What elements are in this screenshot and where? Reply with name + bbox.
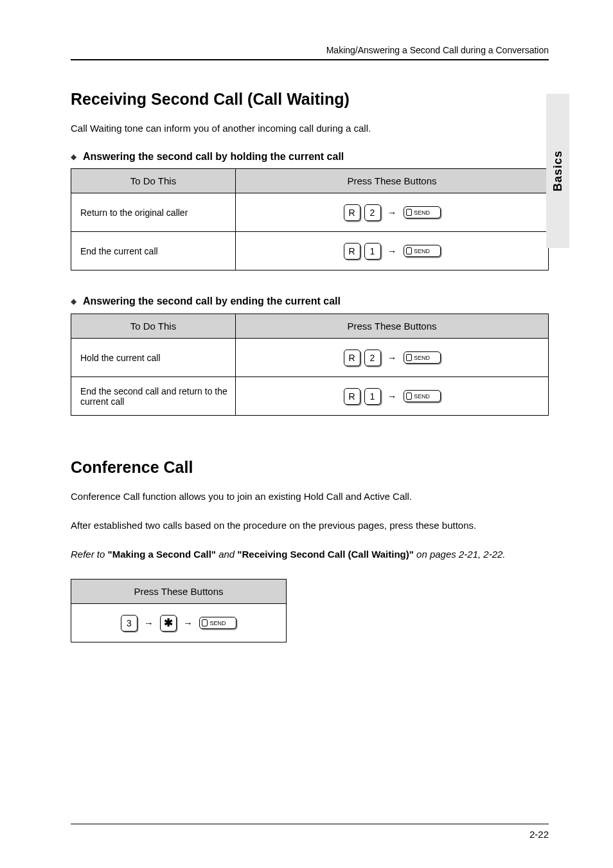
key-r: R: [344, 350, 360, 366]
key-1: 1: [364, 243, 381, 260]
section3-reference: Refer to "Making a Second Call" and "Rec…: [71, 547, 549, 562]
footer-rule: [71, 824, 549, 824]
key-3: 3: [121, 615, 138, 632]
table-row: Hold the current call R 2 → SEND: [71, 339, 549, 377]
table-row: End the current call R 1 → SEND: [71, 232, 549, 270]
page-number: 2-22: [529, 829, 549, 840]
key-send: SEND: [404, 351, 441, 364]
table-row: End the second call and return to the cu…: [71, 377, 549, 416]
section-title-conference: Conference Call: [71, 458, 549, 477]
key-1: 1: [364, 388, 381, 405]
diamond-icon: ◆: [71, 152, 76, 163]
action-label: End the second call and return to the cu…: [71, 377, 236, 416]
arrow-icon: →: [387, 352, 397, 363]
subheading-text: Answering the second call by ending the …: [83, 295, 341, 308]
arrow-icon: →: [144, 617, 154, 628]
table-end-current: To Do This Press These Buttons Hold the …: [71, 314, 549, 416]
button-sequence: 3 → ✱ → SEND: [71, 604, 287, 642]
running-header: Making/Answering a Second Call during a …: [71, 45, 549, 55]
header-rule: [71, 59, 549, 60]
side-tab-basics: Basics: [546, 94, 569, 248]
action-label: End the current call: [71, 232, 236, 270]
button-sequence: R 1 → SEND: [236, 232, 549, 270]
col-header-action: To Do This: [71, 314, 236, 339]
key-2: 2: [364, 350, 381, 366]
arrow-icon: →: [183, 617, 193, 628]
table-conference: Press These Buttons 3 → ✱ → SEND: [71, 579, 287, 642]
section1-lead: Call Waiting tone can inform you of anot…: [71, 121, 549, 136]
arrow-icon: →: [387, 207, 397, 218]
action-label: Hold the current call: [71, 339, 236, 377]
diamond-icon: ◆: [71, 297, 76, 307]
table-row: Return to the original caller R 2 → SEND: [71, 193, 549, 232]
section3-body: After established two calls based on the…: [71, 518, 549, 533]
key-r: R: [344, 204, 360, 221]
col-header-action: To Do This: [71, 169, 236, 193]
section3-lead: Conference Call function allows you to j…: [71, 490, 549, 504]
col-header-buttons: Press These Buttons: [236, 169, 549, 193]
arrow-icon: →: [387, 391, 397, 402]
side-tab-label: Basics: [551, 150, 565, 191]
key-send: SEND: [199, 617, 236, 629]
action-label: Return to the original caller: [71, 193, 236, 232]
col-header-buttons: Press These Buttons: [71, 580, 287, 604]
table-row: 3 → ✱ → SEND: [71, 604, 287, 642]
section-title-call-waiting: Receiving Second Call (Call Waiting): [71, 90, 549, 109]
key-star: ✱: [160, 615, 177, 632]
key-r: R: [344, 243, 360, 260]
key-send: SEND: [404, 245, 441, 257]
subheading-text: Answering the second call by holding the…: [83, 150, 344, 164]
subheading-hold-current: ◆ Answering the second call by holding t…: [71, 150, 549, 164]
key-r: R: [344, 388, 360, 405]
key-send: SEND: [404, 390, 441, 402]
subheading-end-current: ◆ Answering the second call by ending th…: [71, 295, 549, 308]
button-sequence: R 2 → SEND: [236, 339, 549, 377]
col-header-buttons: Press These Buttons: [236, 314, 549, 339]
key-send: SEND: [404, 206, 441, 218]
button-sequence: R 1 → SEND: [236, 377, 549, 416]
button-sequence: R 2 → SEND: [236, 193, 549, 232]
arrow-icon: →: [387, 245, 397, 256]
key-2: 2: [364, 204, 381, 221]
table-hold-current: To Do This Press These Buttons Return to…: [71, 168, 549, 270]
